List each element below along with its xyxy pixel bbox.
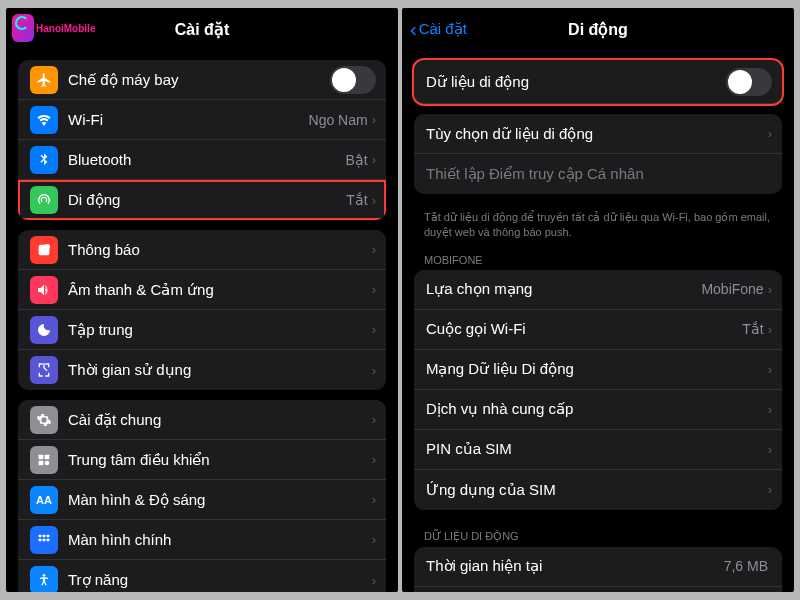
notification-icon: [30, 236, 58, 264]
wifi-call-value: Tắt: [742, 321, 763, 337]
chevron-icon: ›: [768, 322, 772, 337]
airplane-toggle[interactable]: [330, 66, 376, 94]
row-notif[interactable]: Thông báo ›: [18, 230, 386, 270]
row-carrier[interactable]: Dịch vụ nhà cung cấp ›: [414, 390, 782, 430]
chevron-icon: ›: [372, 322, 376, 337]
airplane-label: Chế độ máy bay: [68, 71, 330, 89]
chevron-icon: ›: [372, 492, 376, 507]
left-title: Cài đặt: [175, 20, 229, 39]
row-current-period[interactable]: Thời gian hiện tại 7,6 MB: [414, 547, 782, 587]
home-icon: [30, 526, 58, 554]
hotspot-label: Thiết lập Điểm truy cập Cá nhân: [426, 165, 772, 183]
row-airplane[interactable]: Chế độ máy bay: [18, 60, 386, 100]
wifi-icon: [30, 106, 58, 134]
display-label: Màn hình & Độ sáng: [68, 491, 372, 509]
chevron-icon: ›: [372, 112, 376, 127]
chevron-icon: ›: [372, 412, 376, 427]
svg-rect-8: [47, 534, 50, 537]
sound-label: Âm thanh & Cảm ứng: [68, 281, 372, 299]
focus-label: Tập trung: [68, 321, 372, 339]
chevron-icon: ›: [768, 282, 772, 297]
logo-icon: [12, 14, 34, 42]
svg-rect-7: [43, 534, 46, 537]
sim-apps-label: Ứng dụng của SIM: [426, 481, 768, 499]
section-mobifone: MOBIFONE: [402, 244, 794, 270]
row-wifi[interactable]: Wi-Fi Ngo Nam ›: [18, 100, 386, 140]
gear-icon: [30, 406, 58, 434]
notif-label: Thông báo: [68, 241, 372, 258]
display-icon: AA: [30, 486, 58, 514]
row-wifi-calling[interactable]: Cuộc gọi Wi-Fi Tắt ›: [414, 310, 782, 350]
sim-pin-label: PIN của SIM: [426, 440, 768, 458]
group-mobifone: Lựa chọn mạng MobiFone › Cuộc gọi Wi-Fi …: [414, 270, 782, 510]
carrier-label: Dịch vụ nhà cung cấp: [426, 400, 768, 418]
row-sim-pin[interactable]: PIN của SIM ›: [414, 430, 782, 470]
back-button[interactable]: ‹ Cài đặt: [410, 19, 467, 39]
screentime-label: Thời gian sử dụng: [68, 361, 372, 379]
chevron-icon: ›: [372, 282, 376, 297]
logo-text: HanoiMobile: [36, 23, 95, 34]
chevron-icon: ›: [768, 126, 772, 141]
row-sound[interactable]: Âm thanh & Cảm ứng ›: [18, 270, 386, 310]
group-data-usage: Thời gian hiện tại 7,6 MB Chuyển vùng TG…: [414, 547, 782, 592]
svg-point-12: [43, 574, 46, 577]
right-title: Di động: [568, 20, 628, 39]
chevron-icon: ›: [372, 242, 376, 257]
bluetooth-icon: [30, 146, 58, 174]
row-screentime[interactable]: Thời gian sử dụng ›: [18, 350, 386, 390]
chevron-icon: ›: [372, 193, 376, 208]
row-hotspot: Thiết lập Điểm truy cập Cá nhân: [414, 154, 782, 194]
network-label: Lựa chọn mạng: [426, 280, 701, 298]
row-display[interactable]: AA Màn hình & Độ sáng ›: [18, 480, 386, 520]
row-data-options[interactable]: Tùy chọn dữ liệu di động ›: [414, 114, 782, 154]
row-roaming[interactable]: Chuyển vùng TG hiện tại 0 byte: [414, 587, 782, 592]
row-home[interactable]: Màn hình chính ›: [18, 520, 386, 560]
screentime-icon: [30, 356, 58, 384]
row-general[interactable]: Cài đặt chung ›: [18, 400, 386, 440]
row-access[interactable]: Trợ năng ›: [18, 560, 386, 592]
wifi-label: Wi-Fi: [68, 111, 309, 128]
cellular-icon: [30, 186, 58, 214]
chevron-icon: ›: [768, 362, 772, 377]
row-data-network[interactable]: Mạng Dữ liệu Di động ›: [414, 350, 782, 390]
section-data: DỮ LIỆU DI ĐỘNG: [402, 520, 794, 547]
row-cellular[interactable]: Di động Tắt ›: [18, 180, 386, 220]
current-period-label: Thời gian hiện tại: [426, 557, 724, 575]
svg-point-1: [45, 244, 50, 249]
svg-rect-10: [43, 538, 46, 541]
focus-icon: [30, 316, 58, 344]
chevron-icon: ›: [768, 442, 772, 457]
row-network-selection[interactable]: Lựa chọn mạng MobiFone ›: [414, 270, 782, 310]
row-mobile-data[interactable]: Dữ liệu di động: [414, 60, 782, 104]
settings-left-panel: HanoiMobile Cài đặt Chế độ máy bay Wi-Fi…: [6, 8, 398, 592]
data-options-label: Tùy chọn dữ liệu di động: [426, 125, 768, 143]
home-label: Màn hình chính: [68, 531, 372, 548]
chevron-icon: ›: [372, 573, 376, 588]
svg-rect-9: [39, 538, 42, 541]
svg-rect-6: [39, 534, 42, 537]
control-label: Trung tâm điều khiển: [68, 451, 372, 469]
group-connectivity: Chế độ máy bay Wi-Fi Ngo Nam › Bluetooth…: [18, 60, 386, 220]
mobile-data-toggle[interactable]: [726, 68, 772, 96]
cellular-value: Tắt: [346, 192, 367, 208]
row-control[interactable]: Trung tâm điều khiển ›: [18, 440, 386, 480]
accessibility-icon: [30, 566, 58, 592]
cellular-right-panel: ‹ Cài đặt Di động Dữ liệu di động Tùy ch…: [402, 8, 794, 592]
row-bluetooth[interactable]: Bluetooth Bật ›: [18, 140, 386, 180]
current-period-value: 7,6 MB: [724, 558, 768, 574]
back-label: Cài đặt: [419, 20, 467, 38]
row-focus[interactable]: Tập trung ›: [18, 310, 386, 350]
general-label: Cài đặt chung: [68, 411, 372, 429]
footer-hint: Tắt dữ liệu di động để truyền tất cả dữ …: [402, 204, 794, 244]
cellular-label: Di động: [68, 191, 346, 209]
bluetooth-label: Bluetooth: [68, 151, 345, 168]
group-data-options: Tùy chọn dữ liệu di động › Thiết lập Điể…: [414, 114, 782, 194]
row-sim-apps[interactable]: Ứng dụng của SIM ›: [414, 470, 782, 510]
wifi-value: Ngo Nam: [309, 112, 368, 128]
control-center-icon: [30, 446, 58, 474]
svg-rect-11: [47, 538, 50, 541]
access-label: Trợ năng: [68, 571, 372, 589]
data-network-label: Mạng Dữ liệu Di động: [426, 360, 768, 378]
svg-rect-3: [45, 454, 50, 459]
airplane-icon: [30, 66, 58, 94]
